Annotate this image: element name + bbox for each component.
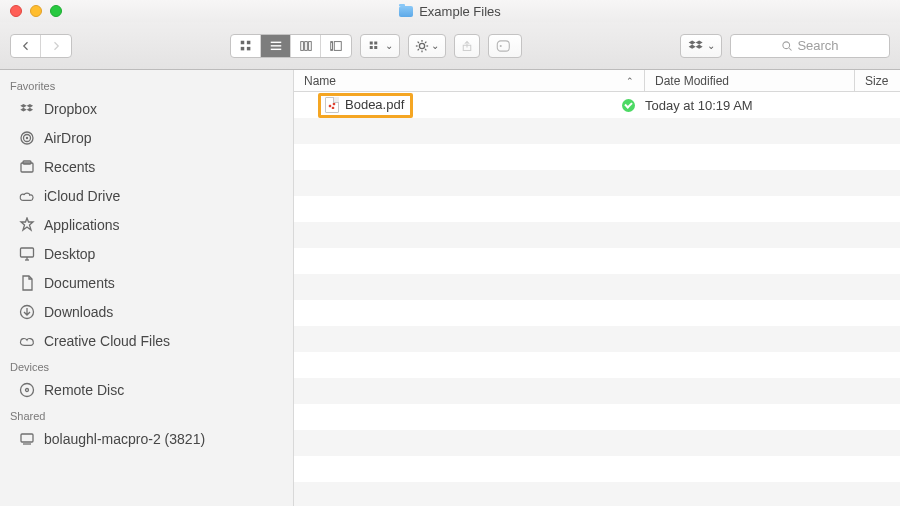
- nav-segment: [10, 34, 72, 58]
- svg-rect-10: [331, 41, 333, 50]
- sidebar-item-label: Creative Cloud Files: [44, 333, 170, 349]
- svg-line-21: [418, 41, 419, 42]
- svg-point-32: [26, 136, 28, 138]
- sidebar-item-airdrop[interactable]: AirDrop: [0, 123, 293, 152]
- svg-point-40: [26, 388, 29, 391]
- minimize-window-button[interactable]: [30, 5, 42, 17]
- svg-rect-1: [246, 40, 250, 44]
- gear-icon: [415, 39, 429, 53]
- sidebar-item-label: Remote Disc: [44, 382, 124, 398]
- svg-rect-0: [240, 40, 244, 44]
- sidebar-item-desktop[interactable]: Desktop: [0, 239, 293, 268]
- sidebar-section-favorites: Favorites: [0, 74, 293, 94]
- file-name-cell[interactable]: Bodea.pdf: [294, 93, 645, 118]
- table-row: [294, 274, 900, 300]
- file-name-label: Bodea.pdf: [345, 97, 404, 113]
- table-row: [294, 352, 900, 378]
- desktop-icon: [18, 246, 36, 262]
- table-row: [294, 170, 900, 196]
- sidebar-item-icloud[interactable]: iCloud Drive: [0, 181, 293, 210]
- table-row: [294, 300, 900, 326]
- arrange-button[interactable]: ⌄: [360, 34, 400, 58]
- svg-rect-3: [246, 46, 250, 50]
- share-icon: [461, 39, 473, 53]
- svg-rect-13: [374, 41, 377, 44]
- share-button[interactable]: [454, 34, 480, 58]
- toolbar: ⌄ ⌄ ⌄: [0, 22, 900, 70]
- icon-view-button[interactable]: [231, 35, 261, 57]
- forward-button[interactable]: [41, 35, 71, 57]
- sidebar-item-label: Downloads: [44, 304, 113, 320]
- search-placeholder: Search: [797, 38, 838, 53]
- column-headers: Name ⌃ Date Modified Size: [294, 70, 900, 92]
- table-row: [294, 430, 900, 456]
- sidebar-item-recents[interactable]: Recents: [0, 152, 293, 181]
- file-name[interactable]: Bodea.pdf: [318, 93, 413, 118]
- sidebar-item-shared-computer[interactable]: bolaughl-macpro-2 (3821): [0, 424, 293, 453]
- svg-rect-35: [21, 248, 34, 257]
- dropbox-toolbar-button[interactable]: ⌄: [680, 34, 722, 58]
- sidebar-section-shared: Shared: [0, 404, 293, 424]
- svg-point-16: [419, 43, 424, 48]
- sync-ok-icon: [622, 99, 635, 112]
- sort-ascending-icon: ⌃: [626, 76, 634, 86]
- window-title: Example Files: [419, 4, 501, 19]
- sidebar-section-devices: Devices: [0, 355, 293, 375]
- sidebar-item-documents[interactable]: Documents: [0, 268, 293, 297]
- table-row[interactable]: Bodea.pdfToday at 10:19 AM: [294, 92, 900, 118]
- gallery-view-button[interactable]: [321, 35, 351, 57]
- table-row: [294, 248, 900, 274]
- creative-cloud-icon: [18, 333, 36, 349]
- column-view-button[interactable]: [291, 35, 321, 57]
- sidebar-item-dropbox[interactable]: Dropbox: [0, 94, 293, 123]
- back-button[interactable]: [11, 35, 41, 57]
- column-header-size[interactable]: Size: [855, 70, 900, 91]
- search-field[interactable]: Search: [730, 34, 890, 58]
- action-button[interactable]: ⌄: [408, 34, 446, 58]
- svg-rect-41: [21, 434, 33, 442]
- table-row: [294, 144, 900, 170]
- sidebar-item-applications[interactable]: Applications: [0, 210, 293, 239]
- column-header-date[interactable]: Date Modified: [645, 70, 855, 91]
- icloud-icon: [18, 188, 36, 204]
- sidebar-item-creative-cloud[interactable]: Creative Cloud Files: [0, 326, 293, 355]
- table-row: [294, 222, 900, 248]
- file-date: Today at 10:19 AM: [645, 98, 855, 113]
- list-view-button[interactable]: [261, 35, 291, 57]
- window-controls: [10, 5, 62, 17]
- tags-button[interactable]: [488, 34, 522, 58]
- sidebar-item-label: bolaughl-macpro-2 (3821): [44, 431, 205, 447]
- svg-rect-4: [270, 41, 281, 42]
- svg-point-39: [21, 383, 34, 396]
- downloads-icon: [18, 304, 36, 320]
- pdf-file-icon: [325, 97, 339, 113]
- search-icon: [781, 40, 793, 52]
- svg-rect-8: [304, 41, 307, 50]
- table-row: [294, 482, 900, 506]
- svg-rect-2: [240, 46, 244, 50]
- table-row: [294, 326, 900, 352]
- file-list-pane: Name ⌃ Date Modified Size Bodea.pdfToday…: [294, 70, 900, 506]
- dropbox-icon: [18, 101, 36, 117]
- column-header-name[interactable]: Name ⌃: [294, 70, 645, 91]
- svg-rect-15: [374, 46, 377, 49]
- airdrop-icon: [18, 130, 36, 146]
- file-rows: Bodea.pdfToday at 10:19 AM: [294, 92, 900, 506]
- svg-line-23: [425, 41, 426, 42]
- svg-line-24: [418, 49, 419, 50]
- sidebar-item-downloads[interactable]: Downloads: [0, 297, 293, 326]
- svg-rect-26: [497, 40, 509, 50]
- sidebar-item-label: iCloud Drive: [44, 188, 120, 204]
- table-row: [294, 378, 900, 404]
- svg-point-27: [500, 44, 502, 46]
- svg-rect-11: [334, 41, 341, 50]
- sidebar-item-remote-disc[interactable]: Remote Disc: [0, 375, 293, 404]
- shared-computer-icon: [18, 431, 36, 447]
- applications-icon: [18, 217, 36, 233]
- svg-line-29: [790, 48, 792, 50]
- close-window-button[interactable]: [10, 5, 22, 17]
- table-row: [294, 456, 900, 482]
- sidebar-item-label: Applications: [44, 217, 120, 233]
- maximize-window-button[interactable]: [50, 5, 62, 17]
- dropbox-icon: [687, 39, 705, 53]
